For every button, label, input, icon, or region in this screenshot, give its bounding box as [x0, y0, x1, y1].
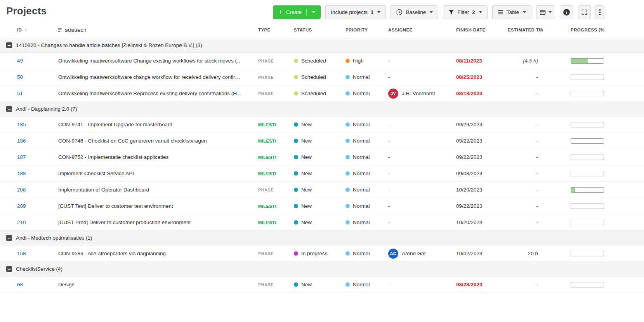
work-package-id-link[interactable]: 185 — [17, 122, 26, 127]
status-dot — [294, 91, 298, 96]
baseline-button[interactable]: Baseline — [391, 5, 438, 19]
work-package-subject[interactable]: Ontwikkeling maatwerksoftware Change exi… — [58, 58, 241, 64]
type-label: MILESTONE — [258, 122, 276, 127]
work-package-id-link[interactable]: 49 — [17, 58, 23, 64]
assignee-avatar[interactable]: JV — [388, 89, 398, 99]
work-package-subject[interactable]: Design — [58, 282, 75, 287]
table-row[interactable]: 188Implement Checklist Service APIMILEST… — [0, 165, 644, 182]
assignee-name: Arend Grit — [402, 250, 426, 256]
finish-date: 08/18/2023 — [456, 91, 483, 96]
table-row[interactable]: 49Ontwikkeling maatwerksoftware Change e… — [0, 53, 644, 69]
work-package-subject[interactable]: Implement Checklist Service API — [58, 171, 134, 176]
priority-label: Normal — [353, 74, 370, 80]
work-package-id-link[interactable]: 188 — [17, 171, 26, 176]
work-package-id-link[interactable]: 186 — [17, 138, 26, 144]
work-package-subject[interactable]: Implementation of Operator Dashboard — [58, 187, 149, 193]
table-row[interactable]: 187CON-9752 - Implementatie checklist ap… — [0, 149, 644, 165]
work-package-id-link[interactable]: 158 — [17, 251, 26, 256]
table-row[interactable]: 210[CUST Prod] Deliver to customer produ… — [0, 214, 644, 231]
column-header-estimated-time[interactable]: ESTIMATED TIME — [490, 22, 543, 38]
column-header-status[interactable]: STATUS — [276, 22, 328, 38]
priority-label: Normal — [353, 219, 370, 225]
display-mode-table-button[interactable]: Table — [492, 5, 531, 19]
table-row[interactable]: 50Ontwikkeling maatwerksoftware change w… — [0, 69, 644, 85]
table-row[interactable]: 186CON-9746 - Checklist en CoC genereren… — [0, 133, 644, 149]
progress-bar — [571, 282, 604, 287]
collapse-group-icon[interactable] — [6, 42, 12, 48]
group-row: Andi - Medtech optimalisaties (1) — [0, 231, 644, 245]
status-dot — [294, 188, 298, 192]
priority-label: Normal — [353, 187, 370, 193]
type-label: PHASE — [258, 91, 274, 96]
work-package-id-link[interactable]: 208 — [17, 187, 26, 193]
estimated-time: (4.5 h) — [523, 58, 538, 64]
status-dot — [294, 282, 298, 287]
work-package-id-link[interactable]: 187 — [17, 154, 26, 160]
column-header-subject[interactable]: SUBJECT — [41, 22, 241, 38]
type-label: PHASE — [258, 59, 274, 63]
filter-button[interactable]: Filter 2 — [443, 5, 488, 19]
work-package-subject[interactable]: CON-9586 - Alle afroeporders via dagplan… — [58, 251, 166, 256]
progress-bar — [571, 138, 604, 144]
priority-dot — [345, 155, 350, 159]
more-options-button[interactable] — [595, 5, 604, 19]
status-label: New — [301, 122, 312, 127]
type-label: PHASE — [258, 282, 274, 287]
hierarchy-icon — [58, 28, 62, 32]
column-header-progress[interactable]: PROGRESS (% — [543, 22, 644, 38]
assignee-empty: - — [388, 187, 390, 193]
work-package-id-link[interactable]: 209 — [17, 203, 26, 209]
work-package-subject[interactable]: [CUST Prod] Deliver to customer producti… — [58, 219, 191, 225]
priority-label: Normal — [353, 154, 370, 160]
group-label: Andi - Dagplanning 2.0 (7) — [16, 106, 77, 112]
group-row: 1410820 - Changes to handle article batc… — [0, 38, 644, 53]
status-label: New — [301, 171, 312, 176]
collapse-group-icon[interactable] — [6, 266, 12, 272]
info-button[interactable]: i — [560, 5, 573, 19]
table-row[interactable]: 209[CUST Test] Deliver to customer test … — [0, 198, 644, 214]
fullscreen-button[interactable] — [578, 5, 591, 19]
assignee-avatar[interactable]: AG — [388, 249, 398, 259]
column-header-type[interactable]: TYPE — [241, 22, 276, 38]
progress-bar — [571, 251, 604, 256]
table-row[interactable]: 208Implementation of Operator DashboardP… — [0, 182, 644, 198]
group-label: Andi - Medtech optimalisaties (1) — [16, 235, 92, 241]
status-label: New — [301, 138, 312, 144]
collapse-group-icon[interactable] — [6, 235, 12, 241]
table-icon — [498, 9, 503, 15]
sort-ascending-icon: ↑ — [24, 27, 27, 33]
view-config-icon — [540, 9, 546, 16]
estimated-time: - — [536, 282, 538, 287]
work-package-subject[interactable]: CON-9746 - Checklist en CoC genereren va… — [58, 138, 207, 144]
work-package-id-link[interactable]: 68 — [17, 282, 23, 287]
priority-dot — [345, 220, 350, 225]
column-header-assignee[interactable]: ASSIGNEE — [371, 22, 439, 38]
work-package-id-link[interactable]: 210 — [17, 219, 26, 225]
column-header-finish-date[interactable]: FINISH DATE — [439, 22, 490, 38]
work-package-subject[interactable]: CON-9752 - Implementatie checklist appli… — [58, 154, 168, 160]
status-label: New — [301, 219, 312, 225]
priority-label: Normal — [353, 251, 370, 256]
include-projects-button[interactable]: Include projects 1 — [325, 5, 386, 19]
create-button[interactable]: + Create — [273, 5, 321, 19]
work-package-subject[interactable]: Ontwikkeling maatwerksoftware Reprocess … — [58, 91, 241, 96]
table-row[interactable]: 158CON-9586 - Alle afroeporders via dagp… — [0, 245, 644, 262]
table-row[interactable]: 185CON-9741 - Implement Upgrade for mast… — [0, 117, 644, 133]
collapse-group-icon[interactable] — [6, 106, 12, 112]
type-label: PHASE — [258, 251, 274, 256]
work-package-id-link[interactable]: 50 — [17, 74, 23, 80]
column-header-id[interactable]: ID↑ — [0, 22, 41, 38]
work-package-subject[interactable]: CON-9741 - Implement Upgrade for masterb… — [58, 122, 172, 127]
priority-dot — [345, 59, 350, 63]
view-settings-button[interactable] — [536, 5, 555, 19]
progress-bar — [571, 204, 604, 209]
work-package-subject[interactable]: [CUST Test] Deliver to customer test env… — [58, 203, 173, 209]
progress-bar — [571, 220, 604, 225]
table-row[interactable]: 51Ontwikkeling maatwerksoftware Reproces… — [0, 85, 644, 102]
column-header-priority[interactable]: PRIORITY — [328, 22, 371, 38]
work-package-id-link[interactable]: 51 — [17, 91, 23, 96]
group-label: 1410820 - Changes to handle article batc… — [16, 42, 202, 48]
baseline-label: Baseline — [406, 9, 426, 15]
work-package-subject[interactable]: Ontwikkeling maatwerksoftware change wor… — [58, 74, 240, 80]
table-row[interactable]: 68DesignPHASENewNormal-08/28/2023- — [0, 277, 644, 293]
